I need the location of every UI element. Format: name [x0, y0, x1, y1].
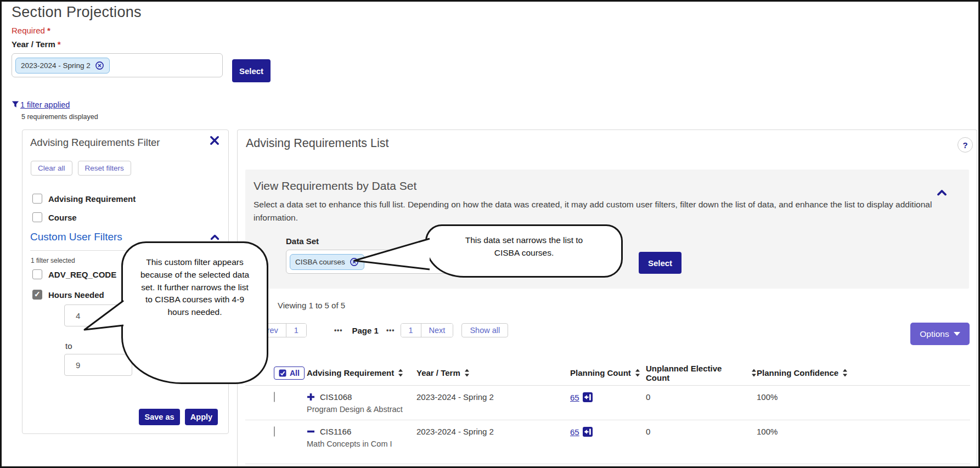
- data-set-section-heading: View Requirements by Data Set: [254, 179, 416, 193]
- viewing-count-text: Viewing 1 to 5 of 5: [278, 301, 345, 310]
- year-term-input[interactable]: 2023-2024 - Spring 2: [12, 53, 223, 77]
- row-planning-confidence: 100%: [757, 420, 970, 436]
- show-all-button[interactable]: Show all: [461, 323, 508, 337]
- year-term-asterisk: *: [55, 40, 61, 49]
- current-page-label: Page 1: [352, 326, 379, 335]
- caret-down-icon: [954, 332, 960, 336]
- advising-requirement-checkbox-label: Advising Requirement: [48, 194, 136, 204]
- chevron-up-icon[interactable]: [937, 189, 947, 196]
- course-code: CIS1068: [320, 392, 352, 402]
- requirements-displayed-text: 5 requirements displayed: [21, 113, 98, 121]
- table-row: CIS1068 Program Design & Abstract 2023-2…: [245, 386, 970, 420]
- help-icon[interactable]: ?: [958, 137, 973, 153]
- collapse-minus-icon[interactable]: [307, 427, 315, 436]
- required-note: Required*: [12, 26, 50, 35]
- course-checkbox[interactable]: [32, 212, 42, 222]
- sort-icon[interactable]: [751, 369, 757, 377]
- chevron-up-icon[interactable]: [210, 234, 219, 240]
- row-planning-confidence: 100%: [757, 386, 970, 402]
- row-checkbox[interactable]: [274, 426, 275, 437]
- pagination-ellipsis: •••: [386, 326, 395, 334]
- course-name: Program Design & Abstract: [307, 405, 416, 414]
- column-header-advising-requirement[interactable]: Advising Requirement: [300, 368, 416, 377]
- sort-icon[interactable]: [398, 369, 403, 377]
- pagination-ellipsis: •••: [334, 326, 343, 334]
- course-checkbox-label: Course: [48, 213, 77, 222]
- table-row: CIS1166 Math Concepts in Com I 2023-2024…: [245, 420, 970, 464]
- data-set-select-button[interactable]: Select: [639, 252, 682, 274]
- expand-plus-icon[interactable]: [307, 393, 315, 401]
- reset-filters-button[interactable]: Reset filters: [78, 161, 131, 176]
- data-set-section-description: Select a data set to enhance this full l…: [254, 198, 953, 224]
- data-set-callout-bubble: This data set narrows the list to CISBA …: [425, 224, 623, 278]
- hours-needed-checkbox[interactable]: [32, 290, 42, 300]
- course-filter-row: Course: [32, 212, 77, 222]
- next-page-button[interactable]: Next: [421, 324, 453, 337]
- requirements-table: All Advising Requirement Year / Term Pla…: [245, 360, 970, 464]
- sort-icon[interactable]: [464, 369, 470, 377]
- planning-detail-icon[interactable]: [583, 427, 593, 437]
- year-term-label: Year / Term*: [12, 40, 61, 49]
- apply-button[interactable]: Apply: [185, 409, 218, 425]
- course-code: CIS1166: [320, 427, 351, 436]
- filter-funnel-icon: [12, 100, 19, 109]
- pagination-next-group: 1 Next: [401, 323, 454, 337]
- sort-icon[interactable]: [842, 369, 848, 377]
- year-term-chip: 2023-2024 - Spring 2: [15, 58, 110, 74]
- range-to-label: to: [65, 341, 72, 351]
- table-header-row: All Advising Requirement Year / Term Pla…: [245, 360, 970, 386]
- custom-user-filters-heading[interactable]: Custom User Filters: [30, 231, 122, 243]
- adv-req-code-checkbox-label: ADV_REQ_CODE: [48, 270, 116, 279]
- planning-detail-icon[interactable]: [583, 392, 593, 402]
- sort-icon[interactable]: [635, 369, 640, 377]
- adv-req-code-checkbox[interactable]: [32, 269, 42, 279]
- custom-filter-callout-text: This custom filter appears because of th…: [139, 256, 250, 319]
- remove-tag-icon[interactable]: [95, 61, 104, 70]
- save-as-button[interactable]: Save as: [139, 409, 180, 425]
- column-header-planning-confidence[interactable]: Planning Confidence: [757, 368, 970, 377]
- row-year-term: 2023-2024 - Spring 2: [416, 420, 570, 436]
- year-term-chip-label: 2023-2024 - Spring 2: [21, 61, 91, 70]
- data-set-chip-label: CISBA courses: [295, 258, 345, 266]
- pagination: Prev 1 ••• Page 1 ••• 1 Next Show all: [254, 323, 508, 338]
- last-page-button[interactable]: 1: [401, 324, 421, 337]
- page-title: Section Projections: [12, 4, 142, 21]
- row-year-term: 2023-2024 - Spring 2: [416, 386, 570, 402]
- column-header-unplanned-elective-count[interactable]: Unplanned Elective Count: [646, 364, 757, 382]
- planning-count-link[interactable]: 65: [570, 427, 579, 437]
- hours-to-input[interactable]: [64, 354, 132, 376]
- data-set-callout-text: This data set narrows the list to CISBA …: [461, 234, 587, 260]
- row-unplanned-elective-count: 0: [646, 386, 757, 402]
- course-name: Math Concepts in Com I: [307, 439, 416, 448]
- advising-requirements-list-panel: Advising Requirements List ? View Requir…: [237, 129, 977, 468]
- column-header-planning-count[interactable]: Planning Count: [570, 368, 646, 377]
- adv-req-code-filter-row: ADV_REQ_CODE: [32, 269, 116, 279]
- planning-count-link[interactable]: 65: [570, 393, 579, 402]
- year-term-select-button[interactable]: Select: [232, 59, 271, 82]
- select-all-checkbox-icon: [279, 369, 286, 377]
- list-panel-title: Advising Requirements List: [246, 137, 389, 150]
- advising-requirement-filter-row: Advising Requirement: [32, 194, 136, 204]
- row-unplanned-elective-count: 0: [646, 420, 757, 436]
- column-header-year-term[interactable]: Year / Term: [416, 368, 570, 377]
- callout-tail: [82, 298, 125, 334]
- options-button[interactable]: Options: [910, 323, 970, 345]
- filter-actions: Clear all Reset filters: [31, 161, 131, 176]
- filter-selected-count: 1 filter selected: [31, 257, 75, 264]
- screenshot-frame: Section Projections Required* Year / Ter…: [0, 0, 980, 468]
- custom-filter-callout-bubble: This custom filter appears because of th…: [121, 241, 268, 384]
- filter-panel-title: Advising Requirements Filter: [30, 137, 160, 149]
- row-checkbox[interactable]: [274, 392, 275, 402]
- data-set-label: Data Set: [286, 236, 319, 246]
- page-1-button[interactable]: 1: [286, 324, 306, 337]
- required-asterisk: *: [45, 26, 50, 35]
- filters-applied-link[interactable]: 1 filter applied: [12, 100, 70, 109]
- advising-requirement-checkbox[interactable]: [32, 194, 42, 204]
- callout-tail: [351, 236, 431, 273]
- close-icon[interactable]: [210, 136, 219, 145]
- clear-all-button[interactable]: Clear all: [31, 161, 72, 176]
